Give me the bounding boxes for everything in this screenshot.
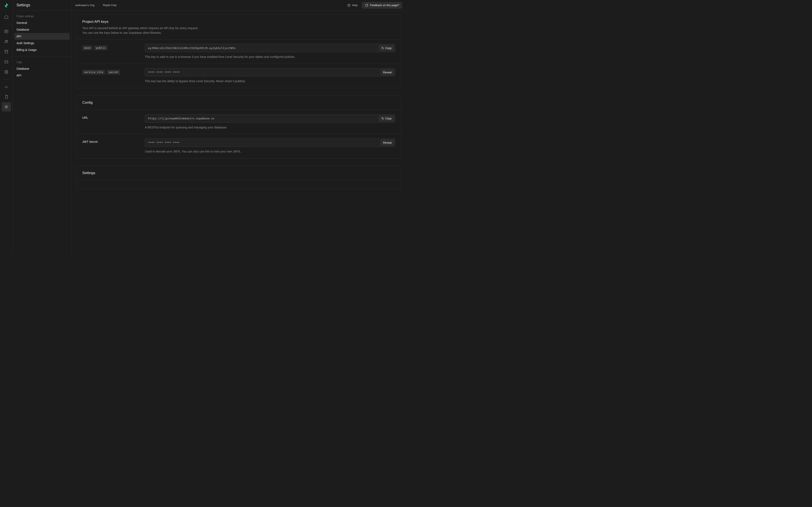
sidebar-item-auth-settings[interactable]: Auth Settings xyxy=(14,40,69,47)
anon-key-value[interactable]: eyJhbGciOiJIUzI1NiIsInR5cCI6IkpXVCJ9.eyJ… xyxy=(148,47,377,50)
feedback-button[interactable]: Feedback on this page? xyxy=(362,2,402,9)
api-key-row-anon: anon public eyJhbGciOiJIUzI1NiIsInR5cCI6… xyxy=(77,40,401,64)
help-label: Help xyxy=(352,4,358,7)
reveal-button[interactable]: Reveal xyxy=(380,69,394,75)
svg-point-6 xyxy=(6,107,7,108)
panel-title: Settings xyxy=(82,171,395,175)
edge-functions-icon[interactable] xyxy=(2,57,11,66)
page-title: Settings xyxy=(16,3,30,7)
breadcrumb: areknawo's Org Replit Chat xyxy=(75,4,116,7)
content: Project API keys Your API is secured beh… xyxy=(71,11,406,253)
copy-button[interactable]: Copy xyxy=(379,115,394,122)
row-label: JWT Secret xyxy=(82,138,140,154)
panel-header: Config xyxy=(77,96,401,110)
icon-rail xyxy=(0,0,13,253)
settings-sidebar-header: Settings xyxy=(13,0,71,11)
svg-rect-0 xyxy=(5,30,8,33)
chevron-right-icon xyxy=(98,4,100,7)
topbar: areknawo's Org Replit Chat Help Feedback… xyxy=(71,0,406,11)
svg-rect-9 xyxy=(382,48,384,49)
settings-sidebar: Settings Project settings General Databa… xyxy=(13,0,71,253)
row-content: **** **** **** **** Reveal Used to decod… xyxy=(145,138,395,154)
url-value[interactable]: https://tjjpinwymhdinmduetrn.supabase.co xyxy=(148,117,377,120)
help-button[interactable]: Help xyxy=(345,2,360,8)
reports-icon[interactable] xyxy=(2,82,11,91)
panel-title: Project API keys xyxy=(82,20,395,24)
copy-icon xyxy=(381,117,384,120)
tag-anon: anon xyxy=(82,45,92,50)
breadcrumb-project[interactable]: Replit Chat xyxy=(103,4,116,7)
row-tags: service_role secret xyxy=(82,68,140,83)
sidebar-section-label: Project settings xyxy=(13,11,71,19)
home-icon[interactable] xyxy=(2,12,11,21)
panel-api-keys: Project API keys Your API is secured beh… xyxy=(76,14,401,88)
url-hint: A RESTful endpoint for querying and mana… xyxy=(145,125,395,130)
row-label: URL xyxy=(82,114,140,130)
row-content: https://tjjpinwymhdinmduetrn.supabase.co… xyxy=(145,114,395,130)
settings-row xyxy=(77,180,401,189)
copy-icon xyxy=(381,47,384,49)
svg-point-5 xyxy=(5,70,8,72)
tag-secret: secret xyxy=(107,70,120,74)
row-content: **** **** **** **** Reveal This key has … xyxy=(145,68,395,83)
feedback-label: Feedback on this page? xyxy=(370,4,399,7)
sidebar-section-label: Logs xyxy=(13,56,71,65)
svg-rect-3 xyxy=(5,50,8,51)
copy-button[interactable]: Copy xyxy=(379,45,394,51)
svg-rect-10 xyxy=(382,118,384,119)
tag-service-role: service_role xyxy=(82,70,105,74)
panel-header: Settings xyxy=(77,166,401,180)
svg-point-2 xyxy=(7,40,8,41)
table-icon[interactable] xyxy=(2,27,11,36)
config-row-jwt-secret: JWT Secret **** **** **** **** Reveal Us… xyxy=(77,134,401,158)
config-row-url: URL https://tjjpinwymhdinmduetrn.supabas… xyxy=(77,110,401,134)
reveal-button[interactable]: Reveal xyxy=(380,139,394,146)
sidebar-item-database[interactable]: Database xyxy=(14,26,69,33)
row-tags: anon public xyxy=(82,44,140,59)
copy-label: Copy xyxy=(385,47,392,50)
panel-config: Config URL https://tjjpinwymhdinmduetrn.… xyxy=(76,95,401,158)
anon-key-hint: This key is safe to use in a browser if … xyxy=(145,55,395,59)
panel-header: Project API keys Your API is secured beh… xyxy=(77,14,401,40)
main: areknawo's Org Replit Chat Help Feedback… xyxy=(71,0,406,253)
storage-icon[interactable] xyxy=(2,47,11,56)
tag-public: public xyxy=(94,45,107,50)
api-key-row-service-role: service_role secret **** **** **** **** … xyxy=(77,64,401,88)
service-role-key-hint: This key has the ability to bypass Row L… xyxy=(145,79,395,83)
sidebar-item-logs-api[interactable]: API xyxy=(14,72,69,79)
service-role-key-field: **** **** **** **** Reveal xyxy=(145,68,395,76)
chat-icon xyxy=(365,4,368,7)
panel-title: Config xyxy=(82,101,395,105)
supabase-logo xyxy=(3,3,9,8)
sidebar-item-general[interactable]: General xyxy=(14,19,69,26)
docs-icon[interactable] xyxy=(2,92,11,101)
help-icon xyxy=(347,4,351,7)
database-icon[interactable] xyxy=(2,67,11,77)
service-role-key-value[interactable]: **** **** **** **** xyxy=(148,71,379,74)
breadcrumb-org[interactable]: areknawo's Org xyxy=(75,4,95,7)
sidebar-item-api[interactable]: API xyxy=(14,33,69,40)
jwt-secret-field: **** **** **** **** Reveal xyxy=(145,138,395,147)
svg-point-1 xyxy=(5,40,6,42)
anon-key-field: eyJhbGciOiJIUzI1NiIsInR5cCI6IkpXVCJ9.eyJ… xyxy=(145,44,395,52)
auth-icon[interactable] xyxy=(2,37,11,46)
copy-label: Copy xyxy=(385,117,392,120)
jwt-secret-hint: Used to decode your JWTs. You can also u… xyxy=(145,149,395,154)
settings-icon[interactable] xyxy=(2,102,11,112)
url-field: https://tjjpinwymhdinmduetrn.supabase.co… xyxy=(145,114,395,123)
row-content: eyJhbGciOiJIUzI1NiIsInR5cCI6IkpXVCJ9.eyJ… xyxy=(145,44,395,59)
reveal-label: Reveal xyxy=(383,71,392,74)
sidebar-item-billing[interactable]: Billing & Usage xyxy=(14,47,69,53)
jwt-secret-value[interactable]: **** **** **** **** xyxy=(148,141,379,144)
rail-divider xyxy=(3,79,9,79)
sidebar-item-logs-database[interactable]: Database xyxy=(14,65,69,72)
reveal-label: Reveal xyxy=(383,141,392,144)
panel-description: Your API is secured behind an API gatewa… xyxy=(82,26,395,35)
panel-settings: Settings xyxy=(76,166,401,189)
